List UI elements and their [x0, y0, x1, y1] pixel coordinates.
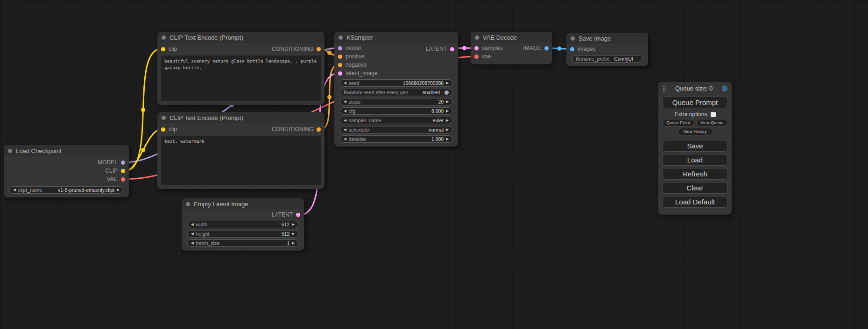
output-port-latent[interactable]: [450, 47, 454, 51]
queue-front-button[interactable]: Queue Front: [662, 119, 694, 126]
node-save-image[interactable]: Save Image images filename_prefix ComfyU…: [566, 33, 648, 66]
node-collapse-dot[interactable]: [162, 35, 166, 40]
input-port-model[interactable]: [338, 46, 342, 50]
decrement-arrow[interactable]: ◀: [191, 241, 194, 245]
output-port-vae[interactable]: [121, 177, 125, 182]
decrement-arrow[interactable]: ◀: [344, 81, 346, 85]
widget-value: euler: [433, 118, 444, 123]
input-port-positive[interactable]: [338, 55, 342, 59]
output-slot-latent: LATENT: [426, 45, 454, 53]
node-empty-latent-image[interactable]: Empty Latent Image LATENT ◀ width 512 ▶ …: [182, 198, 304, 251]
input-slot-vae: vae: [471, 52, 552, 61]
widget-steps[interactable]: ◀ steps 20 ▶: [340, 98, 452, 105]
drag-handle-icon[interactable]: ⣿: [662, 85, 666, 92]
widget-batch-size[interactable]: ◀ batch_size 1 ▶: [187, 239, 298, 247]
output-port-latent[interactable]: [296, 213, 300, 217]
node-collapse-dot[interactable]: [186, 202, 190, 206]
node-collapse-dot[interactable]: [339, 35, 343, 40]
widget-sampler-name[interactable]: ◀ sampler_name euler ▶: [340, 117, 452, 124]
widget-cfg[interactable]: ◀ cfg 8.000 ▶: [340, 107, 452, 115]
node-vae-decode[interactable]: VAE Decode samples vae IMAGE: [471, 32, 552, 64]
node-clip-text-encode-negative[interactable]: CLIP Text Encode (Prompt) clip CONDITION…: [157, 112, 325, 189]
widget-value: 512: [282, 231, 290, 237]
input-port-vae[interactable]: [474, 55, 479, 59]
wire-midpoint-dot: [141, 108, 145, 112]
decrement-arrow[interactable]: ◀: [344, 128, 346, 132]
input-port-clip[interactable]: [161, 47, 165, 51]
widget-random-seed-toggle[interactable]: Random seed after every gen enabled: [340, 89, 452, 96]
wire-midpoint-dot: [327, 95, 332, 99]
node-title-bar[interactable]: VAE Decode: [471, 32, 552, 43]
slot-label: images: [578, 46, 596, 52]
input-port-clip[interactable]: [161, 127, 165, 132]
wire-midpoint-dot: [462, 46, 466, 50]
output-port-image[interactable]: [544, 46, 549, 50]
widget-scheduler[interactable]: ◀ scheduler normal ▶: [340, 126, 452, 133]
node-load-checkpoint[interactable]: Load Checkpoint MODEL CLIP VAE ◀ ckpt_na…: [4, 145, 129, 197]
node-clip-text-encode-positive[interactable]: CLIP Text Encode (Prompt) clip CONDITION…: [157, 32, 325, 105]
output-port-clip[interactable]: [121, 169, 125, 173]
input-port-images[interactable]: [570, 47, 574, 51]
node-title-bar[interactable]: CLIP Text Encode (Prompt): [157, 32, 325, 43]
increment-arrow[interactable]: ▶: [446, 119, 449, 122]
toggle-knob[interactable]: [445, 91, 449, 95]
clear-button[interactable]: Clear: [662, 182, 728, 194]
input-port-samples[interactable]: [474, 46, 479, 50]
save-button[interactable]: Save: [662, 140, 728, 152]
widget-denoise[interactable]: ◀ denoise 1.000 ▶: [340, 135, 452, 143]
view-history-button[interactable]: View History: [677, 128, 713, 135]
load-default-button[interactable]: Load Default: [662, 196, 728, 208]
queue-menu-panel: ⣿ Queue size: 0 ⚙ Queue Prompt Extra opt…: [658, 82, 732, 215]
increment-arrow[interactable]: ▶: [446, 137, 449, 141]
node-title-bar[interactable]: KSampler: [334, 32, 458, 43]
node-title-bar[interactable]: CLIP Text Encode (Prompt): [157, 112, 325, 123]
node-title-bar[interactable]: Load Checkpoint: [4, 145, 129, 156]
input-port-latent-image[interactable]: [338, 71, 342, 76]
output-port-conditioning[interactable]: [317, 127, 321, 132]
decrement-arrow[interactable]: ◀: [191, 223, 194, 226]
decrement-arrow[interactable]: ◀: [344, 100, 346, 104]
slot-label: clip: [169, 126, 177, 133]
decrement-arrow[interactable]: ◀: [344, 137, 346, 141]
increment-arrow[interactable]: ▶: [446, 81, 449, 85]
increment-arrow[interactable]: ▶: [446, 109, 449, 113]
decrement-arrow[interactable]: ◀: [344, 119, 346, 122]
settings-gear-icon[interactable]: ⚙: [722, 85, 728, 92]
increment-arrow[interactable]: ▶: [446, 100, 449, 104]
positive-prompt-textarea[interactable]: beautiful scenery nature glass bottle la…: [161, 56, 321, 101]
negative-prompt-textarea[interactable]: text, watermark: [161, 136, 321, 185]
node-title: CLIP Text Encode (Prompt): [169, 114, 243, 121]
queue-prompt-button[interactable]: Queue Prompt: [662, 97, 728, 108]
increment-arrow[interactable]: ▶: [292, 241, 295, 245]
widget-label: Random seed after every gen: [344, 90, 408, 95]
refresh-button[interactable]: Refresh: [662, 168, 728, 180]
decrement-arrow[interactable]: ◀: [344, 109, 346, 113]
node-collapse-dot[interactable]: [8, 149, 12, 153]
input-port-negative[interactable]: [338, 63, 342, 67]
widget-ckpt-name[interactable]: ◀ ckpt_name v1-5-pruned-emaonly.ckpt ▶: [9, 186, 123, 194]
extra-options-checkbox[interactable]: [711, 112, 716, 117]
node-collapse-dot[interactable]: [571, 36, 575, 41]
node-title-bar[interactable]: Save Image: [566, 33, 648, 44]
node-graph-canvas[interactable]: Load Checkpoint MODEL CLIP VAE ◀ ckpt_na…: [0, 0, 868, 329]
output-port-model[interactable]: [121, 161, 125, 165]
decrement-arrow[interactable]: ◀: [191, 232, 194, 236]
node-title-bar[interactable]: Empty Latent Image: [182, 198, 304, 210]
widget-width[interactable]: ◀ width 512 ▶: [187, 221, 298, 228]
node-ksampler[interactable]: KSampler model positive negative latent_…: [334, 32, 458, 147]
view-queue-button[interactable]: View Queue: [696, 119, 728, 126]
decrement-arrow[interactable]: ◀: [13, 188, 16, 192]
output-port-conditioning[interactable]: [317, 47, 321, 51]
increment-arrow[interactable]: ▶: [292, 232, 295, 236]
widget-seed[interactable]: ◀ seed 156680208700286 ▶: [340, 79, 452, 87]
increment-arrow[interactable]: ▶: [292, 223, 295, 226]
increment-arrow[interactable]: ▶: [117, 188, 120, 192]
node-collapse-dot[interactable]: [475, 35, 479, 40]
widget-filename-prefix[interactable]: filename_prefix ComfyUI: [572, 55, 642, 63]
node-title: Save Image: [579, 35, 611, 42]
node-collapse-dot[interactable]: [162, 116, 166, 120]
history-row: View History: [662, 128, 728, 135]
increment-arrow[interactable]: ▶: [446, 128, 449, 132]
widget-height[interactable]: ◀ height 512 ▶: [187, 230, 298, 238]
load-button[interactable]: Load: [662, 154, 728, 166]
